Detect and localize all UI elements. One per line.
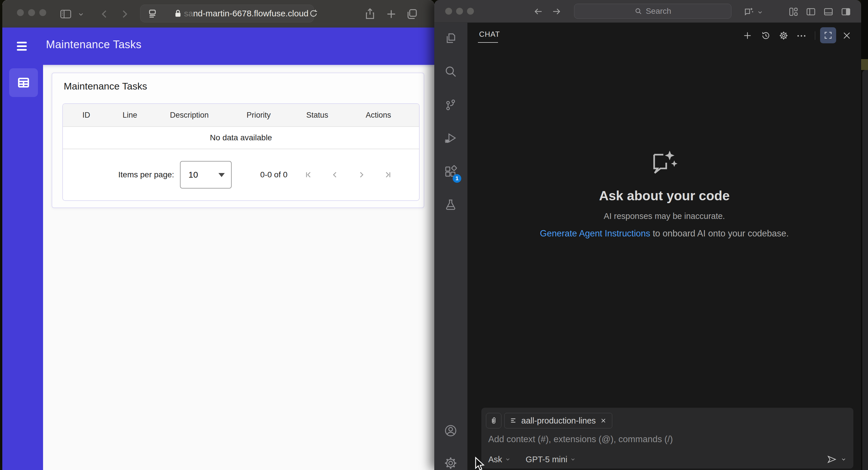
search-icon	[634, 7, 642, 15]
app-header: Maintenance Tasks	[2, 28, 434, 65]
new-chat-icon[interactable]	[743, 31, 752, 40]
empty-state-title: Ask about your code	[468, 188, 861, 203]
remove-context-icon[interactable]	[600, 417, 607, 424]
column-header-priority[interactable]: Priority	[247, 111, 306, 120]
hamburger-menu-icon[interactable]	[16, 41, 28, 52]
search-icon[interactable]	[444, 65, 458, 78]
mode-dropdown[interactable]: Ask	[488, 455, 510, 464]
chat-text-input[interactable]: Add context (#), extensions (@), command…	[488, 434, 673, 444]
nav-item-maintenance[interactable]	[9, 68, 38, 97]
back-button[interactable]	[98, 7, 112, 21]
sidebar-toggle-icon[interactable]	[59, 7, 72, 21]
pagination-controls	[304, 170, 393, 180]
context-chip-label: aall-production-lines	[521, 416, 596, 426]
copilot-icon[interactable]	[744, 6, 755, 17]
toggle-primary-sidebar-icon[interactable]	[805, 6, 816, 17]
column-header-description[interactable]: Description	[170, 111, 247, 120]
items-per-page-select[interactable]: 10	[180, 161, 231, 189]
column-header-line[interactable]: Line	[123, 111, 170, 120]
account-icon[interactable]	[444, 424, 458, 438]
customize-layout-icon[interactable]	[788, 6, 799, 17]
desktop-sliver	[861, 59, 868, 70]
page-settings-icon[interactable]	[147, 8, 158, 19]
maximize-icon	[824, 31, 833, 40]
minimize-traffic-light[interactable]	[456, 8, 463, 14]
send-button-group	[827, 455, 846, 464]
card-title: Maintenance Tasks	[64, 81, 147, 92]
app-title: Maintenance Tasks	[46, 38, 142, 51]
minimize-traffic-light[interactable]	[28, 9, 35, 16]
empty-state-hint: Generate Agent Instructions to onboard A…	[468, 228, 861, 239]
chat-input-container[interactable]: aall-production-lines Add context (#), e…	[482, 408, 854, 469]
context-file-icon	[510, 417, 517, 425]
maintenance-tasks-card: Maintenance Tasks ID Line Description Pr…	[52, 72, 424, 208]
paperclip-icon	[489, 416, 498, 425]
chevron-down-icon	[570, 457, 576, 462]
close-traffic-light[interactable]	[445, 8, 452, 14]
chat-panel: CHAT	[468, 23, 861, 470]
close-panel-icon[interactable]	[842, 31, 851, 40]
attach-context-button[interactable]	[486, 413, 501, 429]
vscode-titlebar: Search	[434, 0, 861, 23]
tab-chat[interactable]: CHAT	[479, 30, 500, 39]
source-control-icon[interactable]	[444, 98, 458, 112]
browser-toolbar: sand-martin-6678.flowfuse.cloud	[2, 0, 434, 28]
generate-agent-instructions-link[interactable]: Generate Agent Instructions	[540, 228, 650, 239]
zoom-traffic-light[interactable]	[467, 8, 474, 14]
app-nav-rail	[2, 65, 43, 470]
forward-button[interactable]	[118, 7, 131, 21]
model-dropdown[interactable]: GPT-5 mini	[526, 455, 576, 464]
maximize-panel-button[interactable]	[820, 27, 836, 43]
nav-forward-icon[interactable]	[551, 6, 562, 17]
vscode-window: Search	[434, 0, 861, 470]
testing-icon[interactable]	[444, 198, 458, 212]
next-page-button[interactable]	[356, 170, 366, 180]
chat-tab-underline	[478, 42, 498, 43]
items-per-page-label: Items per page:	[118, 170, 174, 179]
url-text: sand-martin-6678.flowfuse.cloud	[184, 9, 309, 19]
select-caret-icon	[218, 173, 225, 177]
more-actions-icon[interactable]	[797, 33, 806, 39]
background-window-edge	[862, 70, 868, 470]
previous-page-button[interactable]	[330, 170, 340, 180]
table-header-row: ID Line Description Priority Status Acti…	[63, 104, 419, 127]
column-header-status[interactable]: Status	[306, 111, 366, 120]
chat-empty-state: Ask about your code AI responses may be …	[468, 149, 861, 239]
header-separator	[815, 31, 815, 40]
toggle-panel-icon[interactable]	[823, 6, 834, 17]
empty-state-subtitle: AI responses may be inaccurate.	[468, 212, 861, 221]
chat-settings-gear-icon[interactable]	[779, 31, 788, 40]
nav-back-icon[interactable]	[533, 6, 544, 17]
toggle-secondary-sidebar-icon[interactable]	[840, 6, 851, 17]
command-center-search[interactable]: Search	[574, 4, 732, 19]
tasks-table: ID Line Description Priority Status Acti…	[62, 103, 420, 201]
column-header-id[interactable]: ID	[63, 111, 123, 120]
reload-icon[interactable]	[309, 9, 318, 19]
run-debug-icon[interactable]	[444, 131, 458, 145]
activity-bar: 1	[434, 23, 468, 470]
background-window-strip	[861, 0, 868, 470]
zoom-traffic-light[interactable]	[39, 9, 46, 16]
safari-window: sand-martin-6678.flowfuse.cloud	[2, 0, 434, 470]
table-pagination-footer: Items per page: 10 0-0 of 0	[63, 149, 419, 200]
settings-gear-icon[interactable]	[444, 456, 458, 470]
share-icon[interactable]	[363, 7, 377, 21]
chat-input-toolbar: Ask GPT-5 mini	[488, 453, 846, 466]
last-page-button[interactable]	[383, 170, 393, 180]
new-tab-icon[interactable]	[384, 7, 398, 21]
context-chip[interactable]: aall-production-lines	[504, 413, 612, 429]
copilot-chevron-icon[interactable]	[757, 9, 763, 15]
close-traffic-light[interactable]	[17, 9, 24, 16]
explorer-icon[interactable]	[444, 32, 458, 45]
web-page: Maintenance Tasks Maintenance Tasks ID	[2, 28, 434, 470]
extensions-badge: 1	[453, 174, 461, 183]
chat-sparkle-icon	[650, 149, 679, 177]
first-page-button[interactable]	[304, 170, 313, 180]
send-options-chevron-icon[interactable]	[841, 457, 846, 462]
column-header-actions[interactable]: Actions	[366, 111, 391, 120]
chat-history-icon[interactable]	[761, 31, 771, 40]
send-icon[interactable]	[827, 455, 837, 464]
tab-overview-icon[interactable]	[405, 7, 418, 21]
address-bar[interactable]: sand-martin-6678.flowfuse.cloud	[140, 5, 314, 22]
chevron-down-icon[interactable]	[78, 11, 84, 18]
